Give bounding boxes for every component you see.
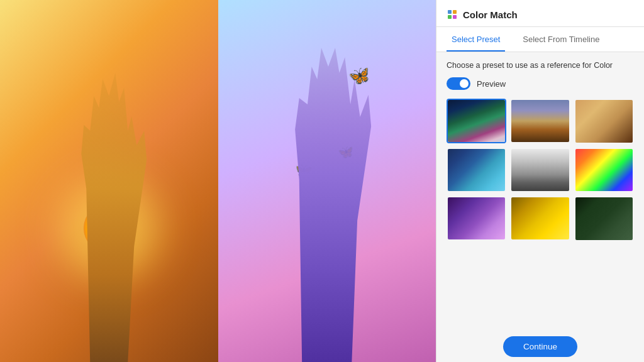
- svg-rect-1: [453, 10, 457, 14]
- preset-flowers-thumb: [575, 149, 633, 192]
- continue-button[interactable]: Continue: [503, 336, 577, 357]
- image-pane-right: 🦋 🦋 🦋: [218, 0, 436, 362]
- preset-feathers-thumb: [448, 149, 505, 191]
- presets-grid: [447, 99, 634, 241]
- hand-left: [46, 73, 172, 362]
- preset-yellow-flower[interactable]: [510, 196, 570, 241]
- svg-rect-3: [453, 15, 457, 19]
- preset-skate[interactable]: [574, 99, 634, 144]
- tab-select-preset[interactable]: Select Preset: [447, 27, 505, 52]
- preset-arch[interactable]: [510, 148, 570, 192]
- butterfly-blue: 🦋: [347, 63, 372, 88]
- preset-desert-thumb: [511, 100, 569, 142]
- preset-purple-flowers[interactable]: [447, 196, 506, 241]
- tabs-row: Select Preset Select From Timeline: [436, 27, 644, 52]
- preset-skate-thumb: [575, 100, 633, 143]
- svg-rect-0: [448, 10, 452, 14]
- preview-row: Preview: [447, 77, 634, 90]
- preset-leaves[interactable]: [574, 196, 634, 241]
- image-pane-left: [0, 0, 218, 362]
- preset-desert[interactable]: [510, 99, 570, 143]
- left-panel: 🦋 🦋 🦋: [0, 0, 436, 362]
- continue-row: Continue: [436, 329, 644, 362]
- preview-toggle[interactable]: [447, 77, 470, 90]
- preset-leaves-thumb: [575, 197, 633, 240]
- preset-yellow-flower-thumb: [511, 197, 569, 239]
- preset-flowers[interactable]: [574, 148, 634, 193]
- panel-header: Color Match: [436, 0, 644, 27]
- preset-feathers[interactable]: [447, 148, 506, 192]
- color-match-panel: Color Match Select Preset Select From Ti…: [436, 0, 644, 362]
- panel-title: Color Match: [463, 9, 518, 20]
- svg-rect-2: [448, 15, 452, 19]
- preset-aurora-thumb: [448, 100, 505, 142]
- panel-body: Choose a preset to use as a reference fo…: [436, 52, 644, 329]
- preview-label: Preview: [477, 79, 506, 89]
- preset-purple-flowers-thumb: [448, 197, 505, 239]
- hand-sun-scene: [0, 0, 218, 362]
- instruction-text: Choose a preset to use as a reference fo…: [447, 61, 634, 70]
- preset-aurora[interactable]: [447, 99, 506, 143]
- hand-right: [258, 48, 396, 362]
- tab-select-timeline[interactable]: Select From Timeline: [518, 27, 604, 52]
- color-match-icon: [447, 9, 458, 20]
- preset-arch-thumb: [511, 149, 569, 191]
